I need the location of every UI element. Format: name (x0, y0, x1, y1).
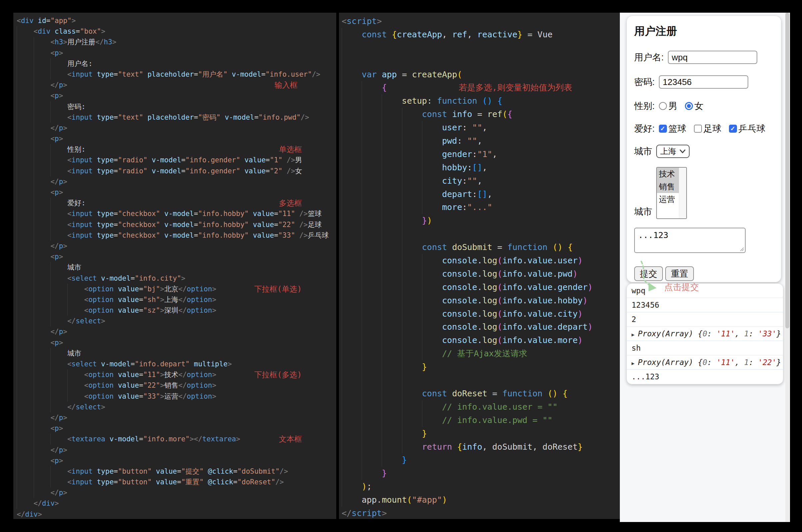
code-line: 用户名: (17, 58, 336, 69)
code-line: {若是多选,则变量初始值为列表 (342, 81, 620, 94)
code-line: </p> (17, 487, 336, 498)
script-code-panel: <script>const {createApp, ref, reactive}… (339, 13, 620, 519)
code-line: console.log(info.value.user) (342, 254, 620, 267)
checkbox-icon[interactable] (694, 125, 702, 133)
username-row: 用户名: (634, 51, 773, 64)
html-code-panel: <div id="app"><div class="box"><h3>用户注册<… (13, 13, 336, 519)
gender-option-0[interactable]: 男 (659, 100, 678, 112)
code-line: console.log(info.value.depart) (342, 320, 620, 334)
city-select-value: 上海 (660, 146, 676, 157)
code-line: var app = createApp( (342, 68, 620, 81)
code-line: } (342, 427, 620, 440)
checkbox-icon[interactable]: ✓ (659, 125, 667, 133)
code-line: <input type="text" placeholder="用户名" v-m… (17, 69, 336, 80)
depart-option-2[interactable]: 运营 (657, 193, 679, 206)
depart-label: 城市 (634, 206, 652, 218)
code-line: 性别:单选框 (17, 144, 336, 155)
proxy-expand-icon[interactable]: ▶ (632, 360, 635, 366)
depart-multiselect[interactable]: 技术销售运营 (656, 167, 687, 219)
hobby-option-0[interactable]: ✓篮球 (659, 123, 687, 135)
city-row: 城市 上海 (634, 145, 773, 158)
code-line: } (342, 360, 620, 374)
code-line: </p> (17, 326, 336, 337)
code-line: <p> (17, 133, 336, 144)
depart-option-0[interactable]: 技术 (657, 168, 679, 180)
gender-option-label-1: 女 (695, 100, 704, 112)
gender-option-1[interactable]: 女 (685, 100, 704, 112)
code-line: hobby:[], (342, 161, 620, 174)
code-line: </div> (17, 498, 336, 509)
code-line: console.log(info.value.more) (342, 334, 620, 347)
code-line: more:"..." (342, 201, 620, 214)
gender-option-label-0: 男 (669, 100, 678, 112)
browser-preview: 用户注册 用户名: 密码: 性别: 男女 爱好: ✓篮球足球✓乒乓球 城市 上海 (620, 13, 790, 522)
code-line: <input type="checkbox" v-model="info.hob… (17, 208, 336, 219)
code-line: // 基于Ajax发送请求 (342, 347, 620, 360)
resize-handle-icon[interactable] (739, 246, 744, 252)
city-select[interactable]: 上海 (656, 145, 690, 158)
password-label: 密码: (634, 76, 655, 88)
hobby-option-label-0: 篮球 (669, 123, 687, 135)
code-annotation: 单选框 (279, 144, 302, 155)
code-line: // info.value.pwd = "" (342, 414, 620, 427)
console-row: ...123 (627, 370, 783, 384)
code-line: <p> (17, 423, 336, 434)
radio-icon[interactable] (685, 102, 693, 110)
code-line: <input type="button" value="重置" @click="… (17, 477, 336, 487)
code-line: <input type="button" value="提交" @click="… (17, 466, 336, 477)
code-line: depart:[], (342, 188, 620, 201)
code-line: </p> (17, 241, 336, 251)
page-scrollbar[interactable] (785, 13, 789, 522)
hobby-option-1[interactable]: 足球 (694, 123, 722, 135)
checkbox-icon[interactable]: ✓ (729, 125, 737, 133)
code-line: <h3>用户注册</h3> (17, 37, 336, 48)
code-line: <script> (342, 15, 620, 28)
code-line: <div class="box"> (17, 26, 336, 37)
username-input[interactable] (668, 51, 757, 64)
code-line: user: "", (342, 121, 620, 134)
more-textarea[interactable]: ...123 (634, 228, 746, 253)
depart-option-1[interactable]: 销售 (657, 180, 679, 193)
buttons-row: 提交 重置 (634, 266, 773, 281)
code-line: </select> (17, 316, 336, 326)
more-textarea-value: ...123 (638, 230, 668, 240)
submit-button[interactable]: 提交 (634, 266, 663, 281)
code-line: <p> (17, 48, 336, 58)
code-line (342, 41, 620, 55)
username-label: 用户名: (634, 51, 664, 63)
code-line: <input type="radio" v-model="info.gender… (17, 166, 336, 176)
code-annotation: 输入框 (275, 80, 297, 90)
code-line: 密码: (17, 101, 336, 112)
code-line: console.log(info.value.city) (342, 307, 620, 321)
console-row: ▶Proxy(Array) {0: '11', 1: '33'} (627, 327, 783, 341)
click-submit-annotation: 点击提交 (664, 281, 699, 293)
console-output-card: wpq1234562▶Proxy(Array) {0: '11', 1: '33… (626, 283, 783, 384)
depart-row: 城市 技术销售运营 (634, 167, 773, 219)
code-line: </p> (17, 412, 336, 423)
code-line: ); (342, 480, 620, 493)
code-annotation: 多选框 (279, 198, 302, 208)
console-row: 2 (627, 312, 783, 327)
more-row: ...123 (634, 228, 773, 253)
code-line: <select v-model="info.city"> (17, 273, 336, 284)
multiselect-scrollbar[interactable] (679, 168, 686, 218)
code-annotation: 文本框 (279, 434, 302, 444)
code-line: <option value="sh">上海</option> (17, 294, 336, 305)
hobby-option-2[interactable]: ✓乒乓球 (729, 123, 766, 135)
code-line: }) (342, 214, 620, 227)
code-line: // info.value.user = "" (342, 400, 620, 414)
code-line: <p> (17, 251, 336, 262)
hobby-row: 爱好: ✓篮球足球✓乒乓球 (634, 123, 773, 135)
city-label: 城市 (634, 145, 652, 157)
proxy-expand-icon[interactable]: ▶ (632, 332, 635, 338)
password-input[interactable] (659, 75, 748, 89)
page-scrollbar-thumb[interactable] (785, 13, 789, 328)
code-annotation: 若是多选,则变量初始值为列表 (459, 81, 572, 94)
chevron-down-icon (679, 149, 686, 153)
code-line: 城市 (17, 262, 336, 273)
code-line: console.log(info.value.gender) (342, 281, 620, 294)
radio-icon[interactable] (659, 102, 667, 110)
reset-button[interactable]: 重置 (665, 266, 694, 281)
code-line: pwd: "", (342, 134, 620, 148)
code-line: </p> (17, 445, 336, 455)
